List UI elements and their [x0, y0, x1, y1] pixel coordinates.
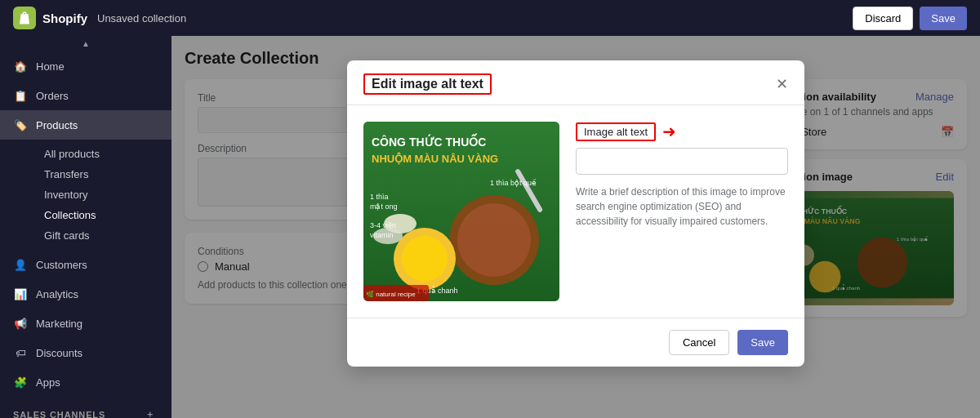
- dialog-save-button[interactable]: Save: [737, 330, 788, 355]
- edit-alt-text-dialog: Edit image alt text ✕: [347, 60, 804, 367]
- products-submenu: All products Transfers Inventory Collect…: [0, 140, 172, 250]
- sidebar-label-apps: Apps: [36, 376, 60, 389]
- alt-label-wrapper: Image alt text ➜: [576, 122, 788, 141]
- svg-point-18: [402, 236, 448, 282]
- sidebar-item-analytics[interactable]: 📊 Analytics: [0, 279, 172, 309]
- sidebar-label-marketing: Marketing: [36, 318, 82, 330]
- sidebar-sub-all-products[interactable]: All products: [36, 144, 172, 164]
- svg-text:🌿 natural recipe: 🌿 natural recipe: [366, 290, 416, 298]
- sidebar-item-orders[interactable]: 📋 Orders: [0, 81, 172, 110]
- dialog-body: CÔNG THỨC THUỐC NHUỘM MÀU NÂU VÀNG: [347, 105, 804, 318]
- svg-text:1 thìa: 1 thìa: [370, 193, 389, 201]
- top-bar-actions: Discard Save: [853, 7, 967, 30]
- alt-text-label: Image alt text: [576, 122, 656, 141]
- sidebar-sub-gift-cards[interactable]: Gift cards: [36, 225, 172, 246]
- sidebar-label-home: Home: [36, 60, 65, 73]
- app-wrapper: Shopify Unsaved collection Discard Save …: [0, 0, 980, 418]
- sidebar-sub-inventory[interactable]: Inventory: [36, 185, 172, 205]
- dialog-close-button[interactable]: ✕: [776, 77, 788, 91]
- page-breadcrumb: Unsaved collection: [97, 12, 186, 24]
- svg-text:CÔNG THỨC THUỐC: CÔNG THỨC THUỐC: [372, 133, 486, 149]
- dialog-header: Edit image alt text ✕: [347, 60, 804, 105]
- red-arrow-indicator: ➜: [662, 122, 676, 141]
- add-sales-channel-icon[interactable]: ＋: [145, 408, 158, 418]
- svg-text:1 thìa bột quế: 1 thìa bột quế: [490, 179, 537, 187]
- analytics-icon: 📊: [13, 287, 28, 301]
- svg-text:3-4 viên: 3-4 viên: [370, 221, 396, 229]
- dialog-cancel-button[interactable]: Cancel: [669, 330, 729, 355]
- marketing-icon: 📢: [13, 316, 28, 331]
- sidebar-item-home[interactable]: 🏠 Home: [0, 51, 172, 81]
- top-bar: Shopify Unsaved collection Discard Save: [0, 0, 980, 36]
- sidebar-item-customers[interactable]: 👤 Customers: [0, 250, 172, 279]
- svg-text:mật ong: mật ong: [370, 202, 398, 211]
- sidebar-label-products: Products: [36, 119, 78, 131]
- shopify-text: Shopify: [42, 11, 87, 25]
- scroll-up-indicator: ▲: [0, 36, 172, 51]
- discard-button[interactable]: Discard: [853, 7, 913, 30]
- sidebar-item-products[interactable]: 🏷️ Products: [0, 110, 172, 140]
- apps-icon: 🧩: [13, 375, 28, 389]
- svg-text:NHUỘM MÀU NÂU VÀNG: NHUỘM MÀU NÂU VÀNG: [372, 152, 498, 165]
- shopify-bag-icon: [17, 11, 32, 25]
- sidebar-label-discounts: Discounts: [36, 347, 82, 359]
- products-icon: 🏷️: [13, 118, 28, 132]
- customers-icon: 👤: [13, 257, 28, 272]
- alt-text-hint: Write a brief description of this image …: [576, 185, 788, 229]
- discounts-icon: 🏷: [13, 345, 28, 360]
- sidebar-label-analytics: Analytics: [36, 288, 78, 300]
- sales-channels-section: SALES CHANNELS ＋: [0, 397, 172, 418]
- sidebar-label-customers: Customers: [36, 259, 87, 271]
- dialog-form: Image alt text ➜ Write a brief descripti…: [576, 122, 788, 301]
- sidebar: ▲ 🏠 Home 📋 Orders 🏷️ Products All produc…: [0, 36, 172, 418]
- sidebar-item-apps[interactable]: 🧩 Apps: [0, 367, 172, 397]
- sidebar-item-discounts[interactable]: 🏷 Discounts: [0, 338, 172, 367]
- save-top-button[interactable]: Save: [920, 7, 967, 30]
- home-icon: 🏠: [13, 59, 28, 73]
- alt-text-input[interactable]: [576, 148, 788, 175]
- orders-icon: 📋: [13, 88, 28, 103]
- svg-point-16: [457, 203, 531, 277]
- sidebar-label-orders: Orders: [36, 90, 69, 102]
- top-bar-left: Shopify Unsaved collection: [13, 7, 186, 29]
- dialog-footer: Cancel Save: [347, 318, 804, 367]
- page-content: Create Collection Title Description Cond…: [172, 36, 980, 418]
- dialog-title: Edit image alt text: [363, 73, 492, 95]
- sales-channels-title: SALES CHANNELS: [13, 410, 105, 418]
- shopify-logo-icon: [13, 7, 36, 29]
- sidebar-sub-transfers[interactable]: Transfers: [36, 164, 172, 185]
- sidebar-item-marketing[interactable]: 📢 Marketing: [0, 309, 172, 338]
- main-layout: ▲ 🏠 Home 📋 Orders 🏷️ Products All produc…: [0, 36, 980, 418]
- sidebar-sub-collections[interactable]: Collections: [36, 205, 172, 225]
- dialog-preview-image: CÔNG THỨC THUỐC NHUỘM MÀU NÂU VÀNG: [363, 122, 559, 301]
- dialog-image-panel: CÔNG THỨC THUỐC NHUỘM MÀU NÂU VÀNG: [363, 122, 559, 301]
- shopify-logo: Shopify: [13, 7, 87, 29]
- svg-text:vitamin: vitamin: [370, 231, 394, 239]
